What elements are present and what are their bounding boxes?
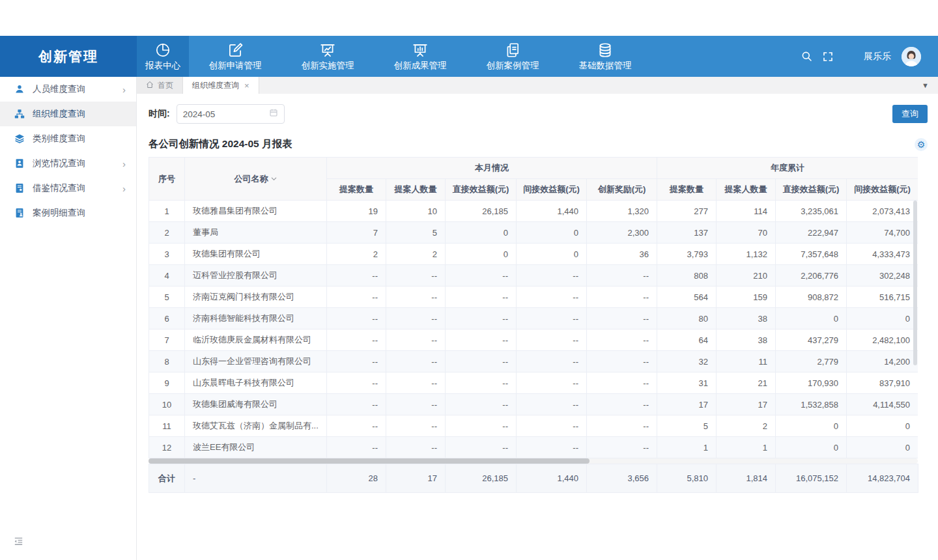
settings-gear-icon[interactable]: ⚙ [915, 138, 928, 151]
sidebar-item[interactable]: 类别维度查询 [0, 126, 136, 151]
cell-value: 5 [386, 222, 446, 244]
cell-value: 0 [847, 415, 918, 437]
nav-item[interactable]: 创新实施管理 [281, 36, 374, 77]
total-value: 16,075,152 [776, 464, 847, 493]
cell-value: -- [386, 372, 446, 394]
cell-value: 32 [657, 351, 717, 372]
cell-company: 玫德集团有限公司 [185, 244, 327, 265]
col-sub: 提案数量 [327, 179, 386, 201]
chevron-right-icon: › [122, 159, 126, 169]
cell-company: 玫德艾瓦兹（济南）金属制品有... [185, 415, 327, 437]
cell-value: 74,700 [847, 222, 918, 244]
cell-value: 21 [717, 372, 776, 394]
sidebar-item[interactable]: 人员维度查询› [0, 77, 136, 102]
cell-value: 302,248 [847, 265, 918, 287]
cell-value: -- [517, 372, 587, 394]
cell-company: 董事局 [185, 222, 327, 244]
table-row: 5济南迈克阀门科技有限公司----------564159908,872516,… [149, 287, 918, 308]
presentation-line-icon [319, 42, 336, 59]
avatar[interactable] [902, 47, 921, 66]
cell-value: -- [446, 329, 517, 351]
cell-value: 0 [847, 308, 918, 329]
edit-icon [227, 42, 244, 59]
cell-value: 277 [657, 201, 717, 222]
date-input[interactable]: 2024-05 [177, 104, 285, 124]
time-label: 时间: [149, 108, 170, 120]
collapse-sidebar-icon[interactable] [13, 536, 24, 550]
table-row: 3玫德集团有限公司2200363,7931,1327,357,6484,333,… [149, 244, 918, 265]
horizontal-scrollbar-thumb[interactable] [149, 458, 590, 464]
cell-company: 玫德集团威海有限公司 [185, 394, 327, 415]
col-sub: 间接效益额(元) [847, 179, 918, 201]
total-value: 3,656 [587, 464, 657, 493]
cell-value: 2 [386, 244, 446, 265]
col-sub: 提案数量 [657, 179, 717, 201]
cell-value: 516,715 [847, 287, 918, 308]
tab-bar: 首页组织维度查询× ▼ [137, 77, 938, 94]
tab[interactable]: 组织维度查询× [183, 77, 259, 94]
sidebar-item[interactable]: 借鉴情况查询› [0, 176, 136, 201]
sidebar-item[interactable]: 组织维度查询 [0, 102, 136, 126]
cell-no: 1 [149, 201, 185, 222]
fullscreen-icon[interactable] [822, 51, 834, 63]
doc-person-icon [14, 208, 25, 218]
total-row: 合计-281726,1851,4403,6565,8101,81416,075,… [149, 464, 918, 493]
username[interactable]: 展乐乐 [864, 51, 891, 63]
cell-company: 济南科德智能科技有限公司 [185, 308, 327, 329]
cell-value: 1 [717, 437, 776, 458]
vertical-scrollbar-thumb[interactable] [913, 201, 917, 365]
total-value: 28 [327, 464, 386, 493]
documents-icon [504, 42, 521, 59]
cell-value: -- [386, 308, 446, 329]
cell-value: -- [517, 308, 587, 329]
horizontal-scrollbar[interactable] [149, 458, 918, 464]
vertical-scrollbar[interactable] [913, 201, 917, 458]
cell-value: 31 [657, 372, 717, 394]
tabs-dropdown-icon[interactable]: ▼ [922, 81, 938, 89]
report-table-wrap: 序号公司名称本月情况年度累计提案数量提案人数量直接效益额(元)间接效益额(元)创… [149, 157, 918, 458]
cell-no: 12 [149, 437, 185, 458]
sidebar-item-label: 类别维度查询 [33, 133, 85, 145]
cell-value: 80 [657, 308, 717, 329]
query-button[interactable]: 查询 [892, 105, 928, 123]
close-icon[interactable]: × [244, 81, 249, 91]
sitemap-icon [14, 109, 25, 119]
top-nav: 报表中心创新申请管理创新实施管理创新成果管理创新案例管理基础数据管理 [137, 36, 651, 77]
report-title: 各公司创新情况 2024-05 月报表 [149, 137, 292, 151]
cell-value: 1,320 [587, 201, 657, 222]
nav-item[interactable]: 创新案例管理 [466, 36, 559, 77]
chevron-right-icon: › [122, 85, 126, 94]
sidebar-item[interactable]: 案例明细查询 [0, 201, 136, 225]
cell-value: -- [517, 287, 587, 308]
cell-value: -- [386, 287, 446, 308]
table-row: 8山东得一企业管理咨询有限公司----------32112,77914,200 [149, 351, 918, 372]
body-row: 人员维度查询›组织维度查询类别维度查询浏览情况查询›借鉴情况查询›案例明细查询 … [0, 77, 938, 560]
col-group: 年度累计 [657, 158, 918, 179]
col-sub: 直接效益额(元) [446, 179, 517, 201]
cell-value: -- [327, 372, 386, 394]
tab-label: 首页 [158, 80, 173, 91]
cell-value: -- [386, 351, 446, 372]
tab[interactable]: 首页 [137, 77, 183, 94]
home-icon [146, 81, 154, 91]
cell-value: 3,793 [657, 244, 717, 265]
col-company[interactable]: 公司名称 [185, 158, 327, 201]
cell-value: 222,947 [776, 222, 847, 244]
cell-value: -- [327, 308, 386, 329]
cell-value: 64 [657, 329, 717, 351]
cell-value: -- [446, 308, 517, 329]
nav-item[interactable]: 创新申请管理 [189, 36, 281, 77]
sidebar-item[interactable]: 浏览情况查询› [0, 151, 136, 176]
nav-item[interactable]: 基础数据管理 [559, 36, 651, 77]
cell-value: 0 [517, 244, 587, 265]
cell-value: 0 [776, 437, 847, 458]
nav-item[interactable]: 报表中心 [137, 36, 189, 77]
sidebar: 人员维度查询›组织维度查询类别维度查询浏览情况查询›借鉴情况查询›案例明细查询 [0, 77, 137, 560]
cell-value: 4,114,550 [847, 394, 918, 415]
nav-item[interactable]: 创新成果管理 [374, 36, 466, 77]
search-icon[interactable] [801, 50, 813, 63]
cell-value: -- [386, 394, 446, 415]
cell-value: 0 [517, 222, 587, 244]
cell-value: 1,440 [517, 201, 587, 222]
cell-value: -- [327, 437, 386, 458]
